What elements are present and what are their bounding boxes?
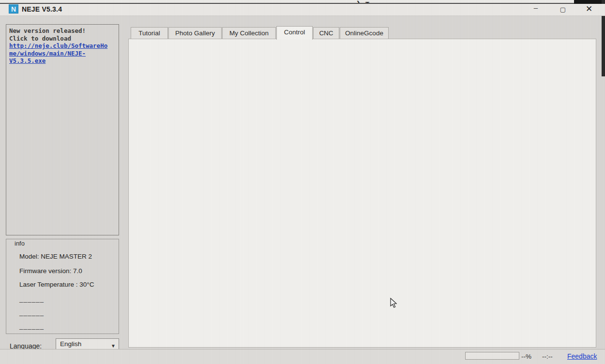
- maximize-button[interactable]: ▢: [556, 4, 570, 15]
- tab-photo-gallery[interactable]: Photo Gallery: [168, 27, 222, 39]
- chevron-icon: ❯: [356, 0, 361, 4]
- language-value: English: [60, 340, 81, 348]
- info-panel-legend: info: [13, 240, 27, 247]
- update-notice-panel: New version released! Click to download …: [6, 24, 119, 235]
- tab-control[interactable]: Control: [276, 26, 313, 40]
- background-window-label: Tomorrow: [365, 0, 396, 4]
- tab-cnc[interactable]: CNC: [313, 27, 339, 39]
- tab-onlinegcode[interactable]: OnlineGcode: [340, 27, 389, 39]
- title-bar: [0, 4, 605, 16]
- language-select[interactable]: English ▼: [56, 338, 119, 349]
- download-url-link[interactable]: http://neje.club/SoftwareHo me/windows/m…: [9, 42, 116, 65]
- time-remaining: --:--: [542, 353, 553, 360]
- background-window-strip: ❯ Tomorrow: [0, 0, 605, 4]
- info-temperature: Laser Temperature : 30°C: [19, 281, 94, 288]
- window-title: NEJE V5.3.4: [22, 5, 62, 13]
- progress-percent: --%: [521, 353, 531, 360]
- mouse-cursor-icon: [390, 298, 398, 308]
- tab-my-collection[interactable]: My Collection: [222, 27, 276, 39]
- info-blank-line: ______: [19, 322, 44, 330]
- minimize-button[interactable]: –: [529, 4, 543, 15]
- info-blank-line: ______: [19, 295, 44, 303]
- notice-line1: New version released!: [9, 27, 116, 35]
- info-blank-line: ______: [19, 309, 44, 316]
- progress-bar: [465, 352, 519, 360]
- info-model: Model: NEJE MASTER 2: [19, 253, 92, 260]
- tab-content-panel: [128, 39, 596, 348]
- info-firmware: Firmware version: 7.0: [19, 267, 82, 275]
- tab-tutorial[interactable]: Tutorial: [131, 27, 168, 39]
- close-button[interactable]: ✕: [582, 4, 596, 15]
- notice-line2: Click to download: [9, 35, 116, 43]
- feedback-link[interactable]: Feedback: [567, 352, 597, 360]
- app-logo-icon: N: [9, 4, 18, 14]
